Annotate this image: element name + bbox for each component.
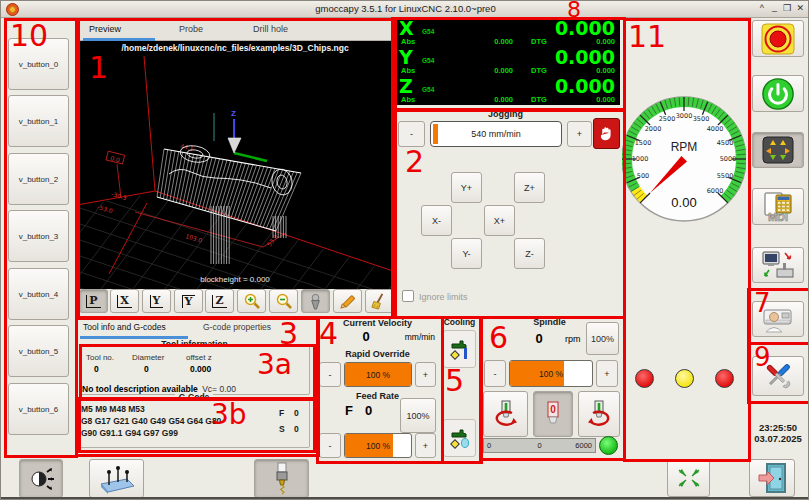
touch-off-button[interactable] — [19, 459, 63, 498]
spindle-cw-button[interactable] — [578, 391, 620, 437]
status-lamp-left — [635, 369, 654, 388]
spindle-speed-scale: 0 0 6000 — [483, 438, 596, 453]
view-p-button[interactable]: P — [79, 289, 108, 313]
abs-value: 0.000 — [463, 66, 513, 75]
tab-drill-hole[interactable]: Drill hole — [253, 24, 288, 34]
gmoccapy-window: { "window": { "title": "gmoccapy 3.5.1 f… — [0, 0, 809, 500]
settings-page-button[interactable] — [752, 356, 804, 396]
view-z-button[interactable]: Z — [205, 289, 234, 313]
rapid-minus-button[interactable]: - — [319, 362, 341, 387]
scale-max: 6000 — [575, 441, 592, 450]
fullscreen-button[interactable] — [667, 459, 710, 497]
sidebar-item-v-button-2[interactable]: v_button_2 — [8, 153, 69, 205]
svg-text:3000: 3000 — [676, 112, 693, 120]
gcode-line-g1: G8 G17 G21 G40 G49 G54 G64 G80 — [81, 416, 221, 426]
manual-mode-button[interactable] — [752, 132, 804, 168]
zoom-out-button[interactable] — [269, 289, 298, 313]
spindle-reset-button[interactable]: 100% — [586, 322, 619, 355]
mist-coolant-icon — [449, 424, 471, 452]
flood-coolant-button[interactable] — [443, 330, 476, 368]
rapid-override-bar[interactable]: 100 % — [344, 362, 412, 387]
view-x-icon: X — [117, 295, 132, 308]
coord-system: G54 — [422, 86, 434, 93]
view-y-button[interactable]: Y — [142, 289, 171, 313]
feed-plus-button[interactable]: + — [415, 433, 436, 458]
jog-speed-plus-button[interactable]: + — [567, 121, 592, 147]
spindle-stop-button[interactable]: 0 — [533, 391, 573, 437]
dimensions-button[interactable] — [333, 289, 362, 313]
view-x-button[interactable]: X — [110, 289, 139, 313]
dro-axis-x: X G54 0.000 Abs 0.000 DTG 0.000 — [393, 17, 620, 46]
setup-user-icon — [761, 304, 795, 334]
jog-z-plus-button[interactable]: Z+ — [514, 172, 545, 203]
tool-measure-button[interactable] — [254, 459, 309, 498]
touch-plate-button[interactable] — [89, 459, 144, 498]
svg-text:2500: 2500 — [659, 115, 676, 123]
zoom-in-button[interactable] — [237, 289, 266, 313]
window-maximize-button[interactable]: ❒ — [783, 3, 791, 13]
toolpath-toggle-button[interactable] — [301, 289, 330, 313]
sidebar-item-v-button-3[interactable]: v_button_3 — [8, 210, 69, 262]
diameter-value: 0 — [144, 364, 149, 374]
feed-reset-button[interactable]: 100% — [400, 398, 436, 433]
jog-z-minus-button[interactable]: Z- — [514, 238, 545, 269]
dtg-label: DTG — [531, 66, 547, 75]
exit-button[interactable] — [749, 459, 795, 497]
tab-gcode-properties[interactable]: G-code properties — [203, 322, 271, 332]
svg-text:1500: 1500 — [635, 139, 652, 147]
jog-y-minus-button[interactable]: Y- — [451, 238, 482, 269]
view-y-icon: Y — [150, 295, 164, 308]
svg-text:1000: 1000 — [632, 155, 649, 163]
clear-plot-button[interactable] — [365, 289, 394, 313]
sidebar-item-v-button-6[interactable]: v_button_6 — [8, 383, 69, 435]
window-minimize-button[interactable]: _ — [772, 2, 777, 12]
ignore-limits-checkbox[interactable] — [402, 290, 414, 302]
spindle-override-bar[interactable]: 100 % — [509, 360, 593, 387]
machine-on-button[interactable] — [752, 75, 804, 112]
sidebar-item-v-button-4[interactable]: v_button_4 — [8, 268, 69, 320]
jog-y-plus-button[interactable]: Y+ — [451, 172, 482, 203]
sidebar-item-v-button-1[interactable]: v_button_1 — [8, 95, 69, 147]
rapid-override-title: Rapid Override — [316, 349, 439, 359]
feed-override-bar[interactable]: 100 % — [344, 433, 412, 458]
tab-probe[interactable]: Probe — [179, 24, 203, 34]
setup-page-button[interactable] — [752, 301, 804, 337]
pencil-icon — [338, 292, 357, 311]
current-velocity-title: Current Velocity — [316, 318, 439, 328]
preview-notebook: Preview Probe Drill hole /home/zdenek/li… — [77, 18, 393, 314]
tools-settings-icon — [761, 359, 795, 393]
view-y2-button[interactable]: Y — [174, 289, 203, 313]
estop-button[interactable] — [752, 20, 804, 57]
spindle-ccw-button[interactable] — [483, 391, 528, 437]
window-shade-button[interactable]: ^ — [760, 3, 764, 13]
tab-tool-info[interactable]: Tool info and G-codes — [83, 322, 166, 332]
svg-text:4500: 4500 — [717, 139, 734, 147]
jog-x-plus-button[interactable]: X+ — [484, 205, 515, 236]
window-title: gmoccapy 3.5.1 for LinuxCNC 2.10.0~pre0 — [1, 3, 809, 14]
auto-mode-button[interactable] — [752, 247, 804, 283]
keyboard-jog-button[interactable] — [593, 118, 620, 149]
jog-speed-slider[interactable]: 540 mm/min — [430, 121, 562, 147]
spindle-minus-button[interactable]: - — [484, 360, 506, 387]
sidebar-item-v-button-5[interactable]: v_button_5 — [8, 325, 69, 377]
feed-minus-button[interactable]: - — [319, 433, 341, 458]
tool-no-value: 0 — [94, 364, 99, 374]
gremlin-3d-preview[interactable]: 44.1 103.0 53.0 0.0 -30.3 -53.0 Z — [77, 56, 393, 289]
view-y2-icon: Y — [182, 295, 196, 308]
dro-panel[interactable]: X G54 0.000 Abs 0.000 DTG 0.000 Y G54 0.… — [393, 17, 620, 105]
window-close-button[interactable]: ✕ — [796, 3, 804, 13]
jog-x-minus-button[interactable]: X- — [421, 205, 452, 236]
axis-position: 0.000 — [555, 46, 615, 68]
exit-door-icon — [757, 462, 787, 494]
jogging-title: Jogging — [391, 109, 620, 119]
spindle-plus-button[interactable]: + — [596, 360, 618, 387]
abs-value: 0.000 — [463, 37, 513, 46]
tab-preview[interactable]: Preview — [89, 24, 121, 34]
svg-text:3500: 3500 — [693, 115, 710, 123]
sidebar-item-v-button-0[interactable]: v_button_0 — [8, 38, 69, 90]
rapid-plus-button[interactable]: + — [415, 362, 436, 387]
mdi-mode-button[interactable]: MDI — [752, 188, 804, 225]
jog-speed-minus-button[interactable]: - — [398, 121, 425, 147]
mist-coolant-button[interactable] — [443, 419, 476, 457]
svg-text:5500: 5500 — [717, 172, 734, 180]
